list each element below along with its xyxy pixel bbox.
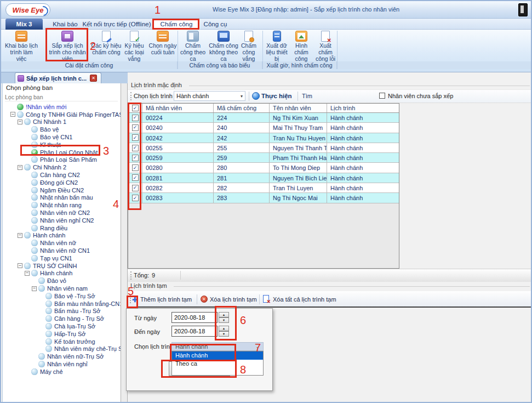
spin-down-icon[interactable]: ▼ (219, 331, 229, 337)
tree-item[interactable]: − Nhặt nhân bẩn màu (3, 194, 121, 202)
schedule-dropdown[interactable]: Hành chánh ▾ (174, 91, 245, 101)
ribbon-button-khong-theo-ca[interactable]: Chấm công không theo ca (208, 31, 239, 61)
execute-button[interactable]: Thực hiện (261, 93, 292, 99)
menu-tab-mix3[interactable]: Mix 3 (5, 19, 43, 30)
column-header[interactable]: Mã chấm công (214, 104, 270, 112)
dropdown-option-hanh-chanh[interactable]: Hành chánh (172, 351, 263, 360)
column-header[interactable]: Mã nhân viên (142, 104, 214, 112)
to-date-field[interactable] (171, 326, 218, 337)
table-row[interactable]: ✓ 00280 280 To Thi Mong Diep Hành chánh (128, 163, 399, 173)
tree-item[interactable]: − Nhân viên nghỉ CN2 (3, 217, 121, 224)
table-row[interactable]: ✓ 00282 282 Tran Thi Luyen Hành chánh (128, 183, 399, 193)
tree-item[interactable]: − Ngâm Điều CN2 (3, 186, 121, 194)
tree-item[interactable]: − Đóng gói CN2 (3, 179, 121, 186)
ribbon-button-xuat-loi[interactable]: Xuất chấm công lỗi (313, 31, 337, 61)
department-filter-input[interactable] (5, 93, 118, 101)
add-temp-schedule-button[interactable]: Thêm lịch trình tạm (140, 296, 192, 303)
expand-icon[interactable]: − (18, 263, 22, 268)
row-checkbox[interactable]: ✓ (132, 124, 139, 131)
tree-item[interactable]: − Bẩn màu -Trụ Sở (3, 308, 121, 315)
ribbon-button-ngay-cuoi-tuan[interactable]: Chọn ngày cuối tuần (148, 31, 177, 61)
row-checkbox[interactable]: ✓ (132, 164, 139, 171)
tree-item[interactable]: − Cân hàng CN2 (3, 171, 121, 179)
menu-tab-cong-cu[interactable]: Công cụ (202, 19, 229, 30)
ribbon-button-hinh-cham-cong[interactable]: Hình chấm công (290, 31, 313, 61)
table-row[interactable]: ✓ 00255 255 Nguyen Thi Thanh Thuy Hành c… (128, 143, 399, 153)
tree-item[interactable]: − Nhân viên nữ CN1 (3, 247, 121, 254)
row-checkbox[interactable]: ✓ (132, 145, 139, 151)
tree-item[interactable]: − Chi Nhánh 2 (3, 163, 121, 171)
tree-item[interactable]: − Bẩn màu nhân trắng-CN1 (3, 300, 121, 308)
tree-item[interactable]: − Bảo vệ CN1 (3, 133, 121, 141)
ribbon-button-cham-cong-theo-ca[interactable]: Chấm công theo ca (179, 31, 207, 61)
tree-item[interactable]: − Cân hàng - Trụ Sở (3, 315, 121, 322)
tree-item[interactable]: − Nhặt nhân rang (3, 201, 121, 209)
table-row[interactable]: ✓ 00242 242 Tran Nu Thu Huyen Hành chánh (128, 133, 399, 143)
expand-icon[interactable]: − (32, 286, 37, 291)
row-checkbox[interactable]: ✓ (132, 174, 139, 181)
tree-item[interactable]: − TRỤ SỞ CHÍNH (3, 262, 121, 270)
spin-down-icon[interactable]: ▼ (219, 317, 229, 323)
row-checkbox[interactable]: ✓ (132, 185, 139, 191)
tree-item[interactable]: − Máy chẻ (3, 368, 121, 376)
from-date-field[interactable] (171, 312, 218, 323)
delete-temp-schedule-button[interactable]: Xóa lịch trình tạm (210, 296, 257, 303)
document-tab[interactable]: Sắp xếp lịch trình c... ✕ (15, 72, 101, 83)
tree-item[interactable]: − Hành chánh (3, 232, 121, 240)
tree-item[interactable]: − Bảo vệ (3, 126, 121, 133)
row-checkbox[interactable]: ✓ (132, 134, 139, 141)
spin-up-icon[interactable]: ▲ (219, 312, 229, 317)
expand-icon[interactable]: − (18, 120, 22, 124)
tree-item[interactable]: − Hành chánh (3, 270, 121, 277)
table-row[interactable]: ✓ 00259 259 Pham Thi Thanh Ha Hành chánh (128, 153, 399, 163)
schedule-combo[interactable]: Hành chánh ⌄ (171, 342, 264, 351)
tree-item[interactable]: − Nhân viên nghỉ (3, 360, 121, 368)
row-checkbox[interactable]: ✓ (132, 155, 139, 161)
tree-item[interactable]: − Chi Nhánh 1 (3, 118, 121, 126)
tree-item[interactable]: − Nhân viên nam (3, 285, 121, 292)
expand-icon[interactable]: − (18, 165, 22, 170)
expand-icon[interactable]: − (25, 271, 30, 276)
close-icon[interactable]: ✕ (90, 75, 97, 82)
tree-item[interactable]: − Nhân viên nữ-Trụ Sở (3, 353, 121, 360)
tree-item[interactable]: − Nhân viên nữ (3, 239, 121, 247)
column-header[interactable]: Tên nhân viên (270, 104, 327, 112)
tree-item[interactable]: − Nhân viên máy chẻ-Trụ Sở (3, 345, 121, 353)
table-row[interactable]: ✓ 00281 281 Nguyen Thi Bich Lien Hành ch… (128, 173, 399, 183)
menu-tab-cham-cong[interactable]: Chấm công (153, 19, 200, 30)
dropdown-option-theo-ca[interactable]: Theo ca (172, 360, 263, 368)
ribbon-button-khai-bao-lich-trinh[interactable]: Khai báo lịch trình làm việc (4, 31, 38, 61)
tree-item[interactable]: − Công ty TNHH Giải Pháp FingerTAS (3, 111, 121, 118)
tree-item[interactable]: − Rang điều (3, 224, 121, 232)
menu-tab-khai-bao[interactable]: Khai báo (48, 19, 82, 30)
ribbon-button-sap-xep-lich-trinh[interactable]: Sắp xếp lịch trình cho nhân viên (47, 31, 88, 61)
tree-item[interactable]: − Tạp vụ CN1 (3, 254, 121, 262)
menu-tab-ket-noi[interactable]: Kết nối trực tiếp (Offline) (82, 19, 151, 30)
row-checkbox[interactable]: ✓ (132, 195, 139, 201)
ribbon-button-xuat-du-lieu[interactable]: Xuất dữ liệu thiết bị (264, 31, 290, 61)
row-checkbox[interactable]: ✓ (132, 115, 139, 121)
table-row[interactable]: ✓ 00283 283 Ng Thi Ngoc Mai Hành chánh (128, 193, 399, 203)
ribbon-button-ky-hieu-vang[interactable]: Ký hiệu các loại vắng (121, 31, 147, 61)
table-row[interactable]: ✓ 00224 224 Ng Thi Kim Xuan Hành chánh (128, 113, 399, 123)
tree-item[interactable]: − !Nhân viên mới (3, 103, 121, 111)
table-row[interactable]: ✓ 00240 240 Mai Thi Thuy Tram Hành chánh (128, 123, 399, 133)
expand-icon[interactable]: − (18, 233, 22, 238)
spin-up-icon[interactable]: ▲ (219, 326, 229, 331)
delete-all-temp-schedule-button[interactable]: Xóa tất cả lịch trình tạm (273, 296, 336, 303)
unassigned-checkbox[interactable] (379, 93, 385, 99)
tree-item[interactable]: − Nhân viên nữ CN2 (3, 209, 121, 217)
select-all-checkbox[interactable]: ✓ (132, 105, 139, 111)
to-date-stepper[interactable]: ▲ ▼ (219, 326, 229, 337)
tree-item[interactable]: − Chà lụa-Trụ Sở (3, 322, 121, 330)
tree-item[interactable]: − Bảo vệ -Trụ Sở (3, 292, 121, 300)
from-date-stepper[interactable]: ▲ ▼ (219, 312, 229, 323)
tree-item[interactable]: − Đảo vỏ (3, 277, 121, 285)
tree-item[interactable]: − Kế toán trưởng (3, 338, 121, 345)
ribbon-button-cham-cong-vang[interactable]: Chấm công vắng (237, 31, 261, 61)
tree-item[interactable]: − Phân Loại Sản Phẩm (3, 156, 121, 164)
column-header[interactable]: Lịch trình (327, 104, 399, 112)
find-button[interactable]: Tìm (302, 93, 312, 99)
expand-icon[interactable]: − (10, 112, 15, 117)
tree-item[interactable]: − Hấp-Trụ Sở (3, 330, 121, 338)
